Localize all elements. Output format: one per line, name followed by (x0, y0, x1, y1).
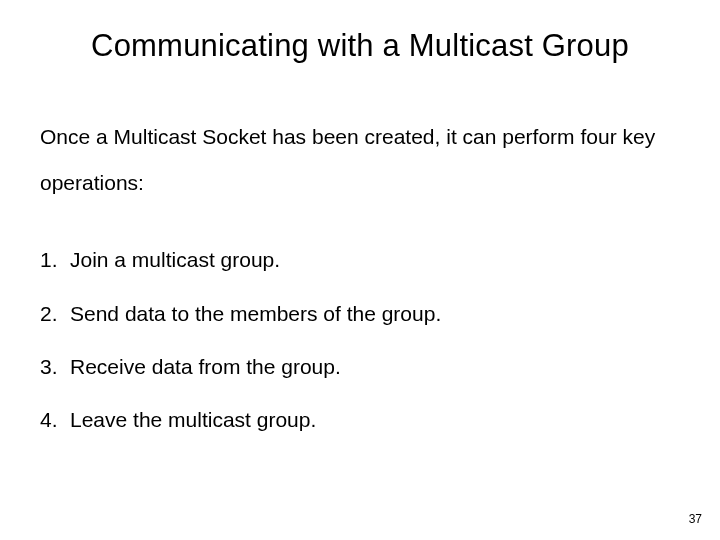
slide-title: Communicating with a Multicast Group (40, 28, 680, 64)
page-number: 37 (689, 512, 702, 526)
list-item: Send data to the members of the group. (40, 300, 680, 327)
list-item: Receive data from the group. (40, 353, 680, 380)
operations-list: Join a multicast group. Send data to the… (40, 246, 680, 433)
intro-text: Once a Multicast Socket has been created… (40, 114, 680, 206)
list-item: Join a multicast group. (40, 246, 680, 273)
list-item: Leave the multicast group. (40, 406, 680, 433)
slide: Communicating with a Multicast Group Onc… (0, 0, 720, 540)
